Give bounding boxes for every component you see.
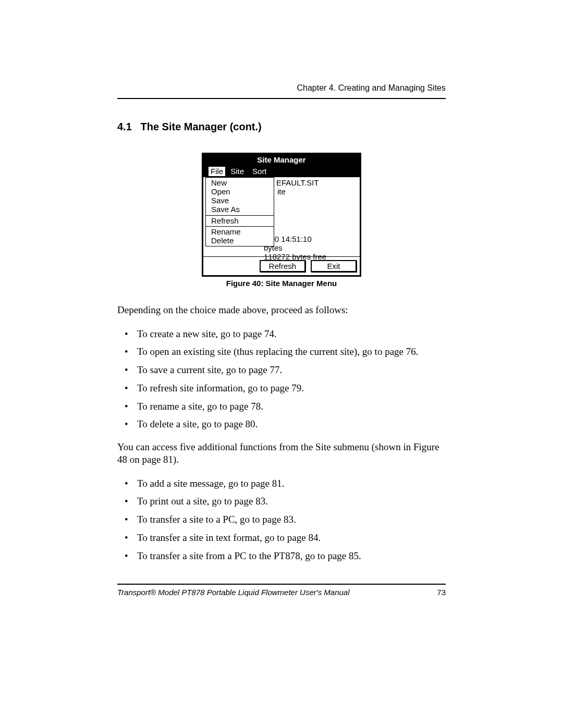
list-item: To transfer a site to a PC, go to page 8…	[117, 513, 446, 526]
refresh-button[interactable]: Refresh	[260, 260, 305, 272]
list-item: To rename a site, go to page 78.	[117, 400, 446, 413]
exit-button[interactable]: Exit	[311, 260, 357, 272]
running-head: Chapter 4. Creating and Managing Sites	[117, 83, 446, 99]
list-item: To open an existing site (thus replacing…	[117, 346, 446, 358]
mid-paragraph: You can access five additional functions…	[117, 441, 446, 466]
info-right: EFAULT.SIT ite	[276, 178, 358, 196]
bullet-list-2: To add a site message, go to page 81. To…	[117, 477, 446, 562]
list-item: To transfer a site from a PC to the PT87…	[117, 550, 446, 562]
menu-item-refresh[interactable]: Refresh	[206, 216, 274, 225]
bullet-list-1: To create a new site, go to page 74. To …	[117, 328, 446, 431]
list-item: To delete a site, go to page 80.	[117, 418, 446, 430]
file-dropdown: New Open Save Save As Refresh Rename Del…	[205, 177, 274, 247]
figure-caption: Figure 40: Site Manager Menu	[202, 279, 361, 288]
menu-item-open[interactable]: Open	[206, 187, 274, 196]
list-item: To add a site message, go to page 81.	[117, 477, 446, 490]
window-title: Site Manager	[203, 154, 360, 166]
menu-file[interactable]: File	[209, 167, 225, 176]
footer-title: Transport® Model PT878 Portable Liquid F…	[117, 588, 350, 597]
menu-item-new[interactable]: New	[206, 178, 274, 187]
intro-paragraph: Depending on the choice made above, proc…	[117, 304, 446, 316]
menu-item-save[interactable]: Save	[206, 196, 274, 205]
list-item: To save a current site, go to page 77.	[117, 364, 446, 376]
list-item: To print out a site, go to page 83.	[117, 495, 446, 508]
section-number: 4.1	[117, 121, 132, 132]
menu-item-rename[interactable]: Rename	[206, 227, 274, 236]
figure-site-manager: Site Manager FileSiteSort New Open Save …	[202, 153, 361, 288]
page-footer: Transport® Model PT878 Portable Liquid F…	[117, 584, 446, 597]
current-file: EFAULT.SIT	[276, 178, 358, 187]
menubar: FileSiteSort	[203, 166, 360, 177]
list-item: To refresh site information, go to page …	[117, 382, 446, 394]
current-file-frag: ite	[276, 187, 358, 196]
list-item: To create a new site, go to page 74.	[117, 328, 446, 340]
menu-item-delete[interactable]: Delete	[206, 236, 274, 245]
section-title-text: The Site Manager (cont.)	[140, 121, 261, 132]
menu-sort[interactable]: Sort	[247, 167, 270, 176]
bytes-free: 118272 bytes free	[264, 252, 326, 261]
list-item: To transfer a site in text format, go to…	[117, 532, 446, 544]
menu-site[interactable]: Site	[225, 167, 247, 176]
section-heading: 4.1 The Site Manager (cont.)	[117, 121, 446, 133]
page-number: 73	[437, 588, 446, 597]
menu-item-save-as[interactable]: Save As	[206, 205, 274, 214]
